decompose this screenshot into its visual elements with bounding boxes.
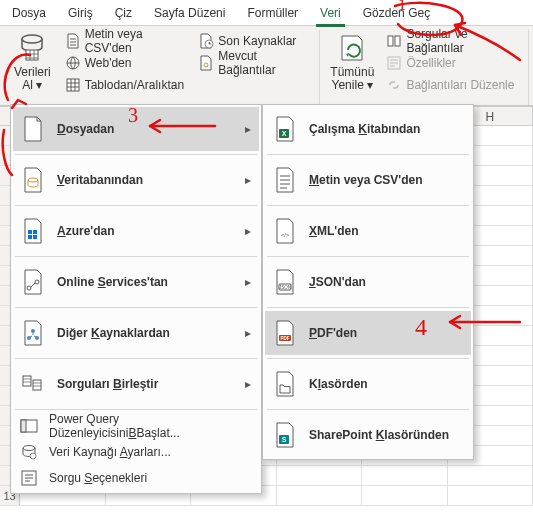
svg-point-16 xyxy=(31,329,35,333)
webden-button[interactable]: Web'den xyxy=(63,52,189,74)
online-services-icon xyxy=(19,268,47,296)
menu-ss-label-pre: Sorgu xyxy=(49,471,84,485)
svg-text:S: S xyxy=(282,436,287,443)
svg-text:X: X xyxy=(282,130,287,137)
svg-point-0 xyxy=(22,35,42,43)
menu-item-diger-kaynaklar[interactable]: Diğer Kaynaklardan ▸ xyxy=(13,311,259,355)
menu-item-sorgulari-birlestir[interactable]: Sorguları Birleştir ▸ xyxy=(13,362,259,406)
svg-rect-22 xyxy=(21,420,26,432)
tab-gozden-gecir[interactable]: Gözden Geç xyxy=(359,4,434,24)
sm-calisma-post: itabından xyxy=(367,122,420,136)
tab-ciz[interactable]: Çiz xyxy=(111,4,136,24)
menu-ss-label-post: eçenekleri xyxy=(92,471,147,485)
submenu-item-sharepoint[interactable]: S SharePoint Klasöründen xyxy=(265,413,471,457)
text-csv-icon xyxy=(271,166,299,194)
edit-links-icon xyxy=(386,77,402,93)
tab-sayfa-duzeni[interactable]: Sayfa Düzeni xyxy=(150,4,229,24)
menu-item-veritabanindan[interactable]: Veritabanından ▸ xyxy=(13,158,259,202)
chevron-right-icon: ▸ xyxy=(245,173,253,187)
power-query-icon xyxy=(19,416,39,436)
menu-diger-label-pre: Diğer xyxy=(57,326,91,340)
query-options-icon xyxy=(19,468,39,488)
separator xyxy=(15,154,257,155)
metin-csv-label: Metin veya CSV'den xyxy=(85,27,187,55)
menu-item-power-query[interactable]: Power Query DüzenleyicisiniBBaşlat... xyxy=(13,413,259,439)
other-sources-icon xyxy=(19,319,47,347)
separator xyxy=(15,409,257,410)
menu-sorgulari-label-pre: Sorguları xyxy=(57,377,113,391)
separator xyxy=(15,358,257,359)
sm-calisma-pre: Çalışma xyxy=(309,122,358,136)
sm-json-post: SON'dan xyxy=(316,275,366,289)
tumunu-yenile-button[interactable]: Tümünü Yenile ▾ xyxy=(326,30,378,105)
menu-dosyadan-label: osyadan xyxy=(66,122,115,136)
tablodan-button[interactable]: Tablodan/Aralıktan xyxy=(63,74,189,96)
menu-sorgulari-label-post: irleştir xyxy=(122,377,159,391)
svg-rect-6 xyxy=(388,36,393,46)
refresh-all-icon xyxy=(336,32,368,64)
separator xyxy=(267,256,469,257)
menu-diger-label-post: aynaklardan xyxy=(100,326,170,340)
menu-pq-label-post: Başlat... xyxy=(136,426,179,440)
menu-item-online-services[interactable]: Online Services'tan ▸ xyxy=(13,260,259,304)
submenu-item-json[interactable]: JSON JSON'dan xyxy=(265,260,471,304)
verileri-al-label-2: Al xyxy=(22,78,33,92)
separator xyxy=(267,205,469,206)
group-queries: Tümünü Yenile ▾ Sorgular ve Bağlantılar … xyxy=(320,30,529,105)
baglantilari-duzenle-button: Bağlantıları Düzenle xyxy=(384,74,522,96)
menu-item-veri-kaynagi-ayarlari[interactable]: Veri Kaynağı Ayarları... xyxy=(13,439,259,465)
svg-rect-19 xyxy=(23,376,31,386)
verileri-al-button[interactable]: Verileri Al ▾ xyxy=(10,30,55,96)
separator xyxy=(267,409,469,410)
submenu-item-calisma-kitabindan[interactable]: X Çalışma Kitabından xyxy=(265,107,471,151)
sm-pdf-post: DF'den xyxy=(317,326,357,340)
separator xyxy=(267,154,469,155)
tab-giris[interactable]: Giriş xyxy=(64,4,97,24)
mevcut-baglantilar-button[interactable]: Mevcut Bağlantılar xyxy=(196,52,313,74)
submenu-item-pdf[interactable]: PDF PDF'den xyxy=(265,311,471,355)
sm-xml-post: ML'den xyxy=(317,224,359,238)
data-source-settings-icon xyxy=(19,442,39,462)
tab-veri[interactable]: Veri xyxy=(316,4,345,27)
svg-rect-1 xyxy=(26,50,38,60)
tab-formuller[interactable]: Formüller xyxy=(243,4,302,24)
svg-point-23 xyxy=(23,446,35,451)
svg-rect-11 xyxy=(33,230,37,234)
database-get-icon xyxy=(16,32,48,64)
text-file-icon xyxy=(65,33,81,49)
menu-vka-label-post: yarları... xyxy=(128,445,171,459)
son-kaynaklar-label: Son Kaynaklar xyxy=(218,34,296,48)
separator xyxy=(267,307,469,308)
sorgular-baglantilar-label: Sorgular ve Bağlantılar xyxy=(406,27,520,55)
submenu-item-xml[interactable]: </> XML'den xyxy=(265,209,471,253)
table-icon xyxy=(65,77,81,93)
svg-rect-7 xyxy=(395,36,400,46)
database-icon xyxy=(19,166,47,194)
svg-rect-10 xyxy=(28,230,32,234)
separator xyxy=(267,358,469,359)
separator xyxy=(15,205,257,206)
verileri-al-menu: Dosyadan ▸ Veritabanından ▸ Azure'dan ▸ … xyxy=(10,104,262,494)
svg-point-24 xyxy=(30,453,36,459)
dosyadan-submenu: X Çalışma Kitabından Metin veya CSV'den … xyxy=(262,104,474,460)
connections-icon xyxy=(198,55,214,71)
chevron-right-icon: ▸ xyxy=(245,377,253,391)
submenu-item-klasorden[interactable]: Klasörden xyxy=(265,362,471,406)
chevron-right-icon: ▸ xyxy=(245,122,253,136)
menu-azuredan-label: zure'dan xyxy=(66,224,115,238)
menu-item-azuredan[interactable]: Azure'dan ▸ xyxy=(13,209,259,253)
dropdown-chevron-icon: ▾ xyxy=(36,78,42,92)
submenu-item-metin-csv[interactable]: Metin veya CSV'den xyxy=(265,158,471,202)
tab-dosya[interactable]: Dosya xyxy=(8,4,50,24)
tumunu-yenile-label-2: Yenile xyxy=(332,78,364,92)
ozellikler-button: Özellikler xyxy=(384,52,522,74)
globe-icon xyxy=(65,55,81,71)
sorgular-baglantilar-button[interactable]: Sorgular ve Bağlantılar xyxy=(384,30,522,52)
menu-item-sorgu-secenekleri[interactable]: Sorgu Seçenekleri xyxy=(13,465,259,491)
metin-csv-button[interactable]: Metin veya CSV'den xyxy=(63,30,189,52)
menu-item-dosyadan[interactable]: Dosyadan ▸ xyxy=(13,107,259,151)
properties-icon xyxy=(386,55,402,71)
svg-rect-20 xyxy=(33,380,41,390)
webden-label: Web'den xyxy=(85,56,132,70)
azure-icon xyxy=(19,217,47,245)
